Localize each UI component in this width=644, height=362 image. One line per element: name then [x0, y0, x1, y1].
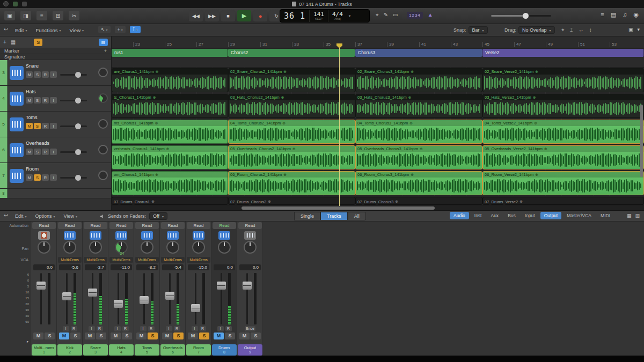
- solo-button[interactable]: S: [251, 333, 261, 339]
- pan-knob[interactable]: [98, 93, 108, 103]
- track-name[interactable]: Room: [26, 166, 97, 172]
- audio-region[interactable]: 03_Hats_Verse2_141bpm ⊕: [482, 94, 644, 118]
- pan-knob[interactable]: [192, 241, 205, 254]
- automation-mode-button[interactable]: Read: [187, 222, 210, 229]
- audio-region[interactable]: 05_Overheads_Chorus2_141bpm ⊕: [228, 145, 355, 169]
- zoom-tool-icon[interactable]: ↕: [589, 27, 592, 33]
- panel-toggle-icon[interactable]: ▾: [637, 27, 640, 32]
- pan-knob[interactable]: [89, 241, 102, 254]
- scrollbar-thumb[interactable]: [241, 206, 435, 210]
- audio-region[interactable]: ts_Chorus1_141bpm ⊕: [112, 94, 228, 118]
- vca-assignment[interactable]: MultkDrms: [109, 257, 133, 263]
- audio-region[interactable]: 03_Hats_Chorus2_141bpm ⊕: [228, 94, 355, 118]
- arrangement-marker[interactable]: Verse2: [482, 49, 644, 57]
- channel-filter-button[interactable]: Input: [521, 212, 539, 219]
- rewind-button[interactable]: ◀◀: [189, 10, 203, 21]
- audio-region[interactable]: verheads_Chorus1_141bpm ⊕: [112, 145, 228, 169]
- global-track-row[interactable]: Marker +: [0, 48, 111, 54]
- lcd-display[interactable]: 36 1 141 KEEP 4/4 Amaj ▾: [280, 9, 370, 23]
- view-toggle-icon[interactable]: ◉: [633, 11, 639, 18]
- track-name[interactable]: Toms: [26, 115, 97, 120]
- mute-button[interactable]: M: [162, 333, 172, 339]
- menu-item[interactable]: View▾: [70, 27, 84, 33]
- vca-assignment[interactable]: MultkDrms: [187, 257, 210, 263]
- stop-button[interactable]: ■: [221, 10, 235, 21]
- audio-region[interactable]: 07_Drums_Chorus1 ⊕: [112, 197, 228, 205]
- audio-region[interactable]: om_Chorus1_141bpm ⊕: [112, 171, 228, 195]
- automation-mode-button[interactable]: Read: [161, 222, 185, 229]
- input-monitor-button[interactable]: I: [217, 326, 224, 331]
- view-toggle-icon[interactable]: ▤: [611, 11, 616, 18]
- audio-region[interactable]: 05_Overheads_Verse2_141bpm ⊕: [482, 145, 644, 169]
- volume-thumb[interactable]: [75, 98, 81, 104]
- record-button[interactable]: ●: [253, 10, 267, 21]
- toolbar-icon[interactable]: ✂: [69, 11, 79, 20]
- record-enable-button[interactable]: R: [97, 326, 103, 331]
- audio-region[interactable]: 02_Snare_Chorus3_141bpm ⊕: [355, 68, 482, 92]
- track-name[interactable]: Overheads: [26, 141, 97, 146]
- channel-name-box[interactable]: Room 7: [186, 344, 211, 356]
- track-number[interactable]: 3: [0, 60, 8, 85]
- vca-assignment[interactable]: MultkDrms: [135, 257, 159, 263]
- record-enable-button[interactable]: R: [225, 326, 232, 331]
- input-monitor-button[interactable]: I: [192, 326, 198, 331]
- audio-region[interactable]: 07_Drums_Chorus2 ⊕: [228, 197, 355, 205]
- mixer-view-button[interactable]: Tracks: [320, 212, 348, 220]
- channel-filter-button[interactable]: MIDI: [597, 212, 614, 219]
- track-icon[interactable]: [10, 66, 24, 80]
- volume-slider[interactable]: [60, 177, 87, 179]
- toolbar-icon[interactable]: ⊞: [53, 11, 63, 20]
- metronome-icon[interactable]: ▲: [428, 12, 433, 19]
- tool-selector[interactable]: +▾: [115, 26, 126, 33]
- solo-button[interactable]: S: [45, 333, 55, 339]
- volume-slider[interactable]: [60, 125, 87, 127]
- volume-db-readout[interactable]: 0.0: [214, 264, 235, 270]
- stack-disclosure-icon[interactable]: ▸: [27, 339, 29, 344]
- pan-knob[interactable]: [98, 171, 108, 180]
- track-header[interactable]: 6 Overheads M S R I: [0, 137, 111, 163]
- bar-ruler[interactable]: 23252729313335373941434547495153: [112, 36, 644, 48]
- track-header[interactable]: 4 Hats M S R I: [0, 86, 111, 112]
- automation-mode-button[interactable]: Read: [238, 222, 262, 229]
- menu-item[interactable]: View▾: [64, 213, 77, 219]
- input-monitor-button[interactable]: I: [114, 326, 121, 331]
- mute-button[interactable]: M: [26, 71, 33, 78]
- volume-db-readout[interactable]: -8.2: [136, 264, 158, 270]
- mute-button[interactable]: M: [26, 149, 33, 155]
- record-enable-button[interactable]: R: [148, 326, 155, 331]
- volume-db-readout[interactable]: 0.0: [33, 264, 55, 270]
- automation-mode-button[interactable]: Read: [135, 222, 159, 229]
- solo-button[interactable]: S: [34, 174, 41, 181]
- channel-filter-button[interactable]: Inst: [471, 212, 486, 219]
- partial-track-header[interactable]: 8: [0, 189, 111, 198]
- track-icon[interactable]: [10, 143, 24, 157]
- add-track-button[interactable]: +: [3, 39, 6, 45]
- record-enable-button[interactable]: R: [42, 174, 49, 181]
- input-monitor-button[interactable]: I: [50, 123, 57, 129]
- input-monitor-button[interactable]: Bnce: [245, 326, 255, 331]
- audio-region[interactable]: 04_Toms_Verse2_141bpm ⊕: [482, 120, 644, 144]
- volume-db-readout[interactable]: -5.6: [59, 264, 80, 270]
- pan-knob[interactable]: [98, 145, 108, 154]
- toolbar-icon[interactable]: ◨: [20, 11, 31, 20]
- vca-assignment[interactable]: MultkDrms: [84, 257, 107, 263]
- horizontal-scrollbar[interactable]: [112, 206, 644, 210]
- channel-name-box[interactable]: Drums 8: [212, 344, 237, 356]
- arrangement-marker[interactable]: Chorus3: [355, 49, 482, 57]
- zoom-tool-icon[interactable]: ⌖: [561, 27, 565, 33]
- snap-dropdown[interactable]: Bar▾: [469, 26, 488, 34]
- audio-region[interactable]: 04_Toms_Chorus3_141bpm ⊕: [355, 120, 482, 144]
- master-volume-slider[interactable]: [491, 15, 551, 17]
- record-enable-button[interactable]: R: [42, 123, 49, 129]
- input-monitor-button[interactable]: I: [50, 174, 57, 181]
- mixer-view-icon[interactable]: ▥: [635, 213, 640, 218]
- solo-button[interactable]: S: [34, 71, 41, 78]
- channel-name-box[interactable]: Overheads 6: [160, 344, 185, 356]
- mute-button[interactable]: M: [26, 97, 33, 104]
- volume-slider[interactable]: [60, 100, 87, 101]
- input-monitor-button[interactable]: I: [166, 326, 172, 331]
- channel-name-box[interactable]: Snare 3: [83, 344, 108, 356]
- solo-button[interactable]: S: [122, 333, 132, 339]
- fader-handle[interactable]: [243, 282, 252, 290]
- audio-region[interactable]: 02_Snare_Chorus2_141bpm ⊕: [228, 68, 355, 92]
